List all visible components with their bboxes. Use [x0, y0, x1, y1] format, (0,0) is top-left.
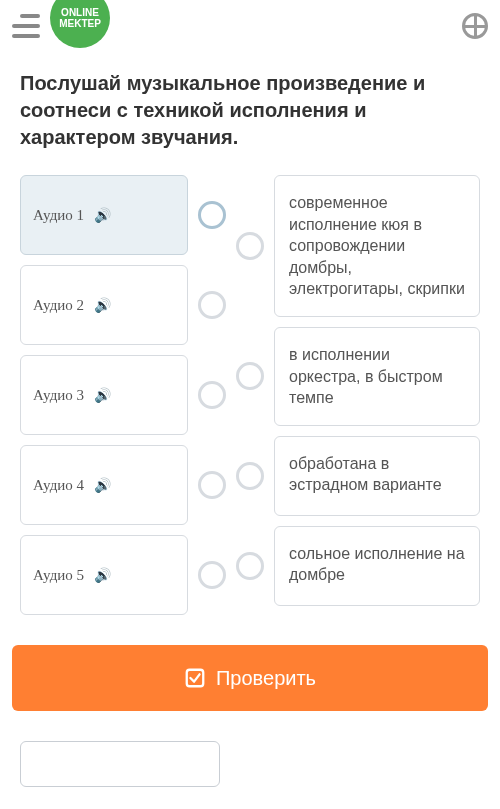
answer-options-column: современное исполнение кюя в сопровожден… — [236, 175, 480, 606]
sound-icon: 🔊 — [94, 567, 111, 583]
audio-label: Аудио 3 — [33, 387, 84, 404]
answer-text: обработана в эстрадном варианте — [289, 453, 465, 496]
audio-label: Аудио 1 — [33, 207, 84, 224]
sound-icon: 🔊 — [94, 297, 111, 313]
audio-option-3[interactable]: Аудио 3 🔊 — [20, 355, 188, 435]
check-button-label: Проверить — [216, 667, 316, 690]
audio-option-2[interactable]: Аудио 2 🔊 — [20, 265, 188, 345]
answer-option-1[interactable]: современное исполнение кюя в сопровожден… — [274, 175, 480, 317]
main-content: Послушай музыкальное произведение и соот… — [0, 52, 500, 615]
answer-text: сольное исполнение на домбре — [289, 543, 465, 586]
secondary-button[interactable] — [20, 741, 220, 787]
sound-icon: 🔊 — [94, 477, 111, 493]
audio-option-1[interactable]: Аудио 1 🔊 — [20, 175, 188, 255]
svg-rect-0 — [187, 670, 204, 687]
globe-icon[interactable] — [462, 13, 488, 39]
logo-text-bottom: MEKTEP — [59, 18, 101, 29]
audio-label: Аудио 2 — [33, 297, 84, 314]
answer-option-2[interactable]: в исполнении оркестра, в быстром темпе — [274, 327, 480, 426]
audio-option-4[interactable]: Аудио 4 🔊 — [20, 445, 188, 525]
logo-badge[interactable]: ONLINE MEKTEP — [50, 0, 110, 48]
connector-dot[interactable] — [236, 232, 264, 260]
logo-text-top: ONLINE — [61, 7, 99, 18]
connector-dot[interactable] — [198, 471, 226, 499]
matching-area: Аудио 1 🔊 Аудио 2 🔊 Аудио 3 🔊 Аудио 4 🔊 … — [20, 175, 480, 615]
answer-text: в исполнении оркестра, в быстром темпе — [289, 344, 465, 409]
connector-dot[interactable] — [198, 291, 226, 319]
answer-option-3[interactable]: обработана в эстрадном варианте — [274, 436, 480, 516]
audio-label: Аудио 4 — [33, 477, 84, 494]
check-icon — [184, 667, 206, 689]
connector-dot[interactable] — [198, 201, 226, 229]
connector-dot[interactable] — [236, 362, 264, 390]
question-prompt: Послушай музыкальное произведение и соот… — [20, 70, 480, 151]
connector-dot[interactable] — [236, 552, 264, 580]
left-connector-dots — [198, 175, 226, 589]
menu-icon[interactable] — [12, 14, 40, 38]
sound-icon: 🔊 — [94, 387, 111, 403]
audio-label: Аудио 5 — [33, 567, 84, 584]
answer-text: современное исполнение кюя в сопровожден… — [289, 192, 465, 300]
sound-icon: 🔊 — [94, 207, 111, 223]
answer-option-4[interactable]: сольное исполнение на домбре — [274, 526, 480, 606]
connector-dot[interactable] — [198, 381, 226, 409]
connector-dot[interactable] — [198, 561, 226, 589]
check-button[interactable]: Проверить — [12, 645, 488, 711]
connector-dot[interactable] — [236, 462, 264, 490]
app-header: ONLINE MEKTEP — [0, 0, 500, 52]
audio-option-5[interactable]: Аудио 5 🔊 — [20, 535, 188, 615]
audio-options-column: Аудио 1 🔊 Аудио 2 🔊 Аудио 3 🔊 Аудио 4 🔊 … — [20, 175, 188, 615]
